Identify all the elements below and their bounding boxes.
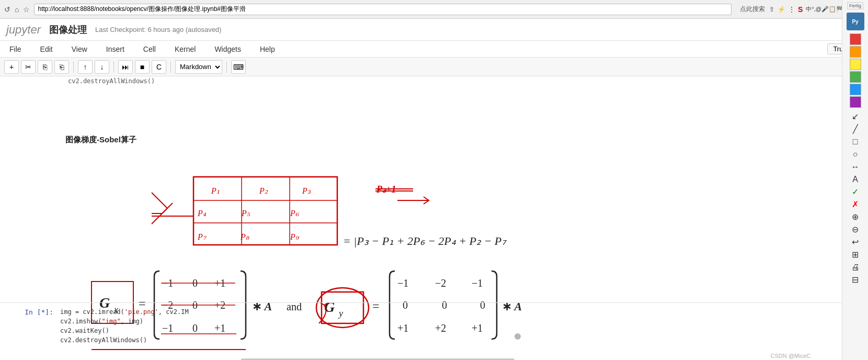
search-hint: 点此搜索 (740, 5, 765, 14)
svg-text:P₃+1: P₃+1 (376, 184, 396, 195)
svg-text:P₆: P₆ (290, 209, 300, 218)
code-line-4: cv2.destroyAllWindows() (60, 335, 837, 345)
color-swatch-yellow[interactable] (850, 59, 861, 70)
tool-arrow[interactable]: ↔ (848, 161, 863, 173)
color-swatch-green[interactable] (850, 71, 861, 83)
cut-button[interactable]: ✂ (21, 60, 36, 74)
separator-1 (73, 61, 74, 73)
code-line-3: cv2.waitKey() (60, 326, 837, 335)
csdn-watermark: CSDN @MiceC (770, 353, 810, 359)
tool-undo[interactable]: ↩ (848, 237, 863, 248)
step-button[interactable]: ⏭ (118, 60, 133, 74)
svg-text:P₄: P₄ (197, 209, 207, 218)
separator-4 (226, 61, 227, 73)
color-swatch-purple[interactable] (850, 96, 861, 108)
svg-text:−1: −1 (162, 277, 173, 289)
menu-help[interactable]: Help (257, 43, 278, 55)
side-panel: Fertig Py ↙ ╱ □ ○ ↔ A ✓ ✗ ⊕ ⊖ ↩ ⊞ 🖨 ⊟ (842, 0, 868, 360)
main-content: cv2.destroyAllWindows() 图像梯度-Sobel算子 tex… (0, 76, 842, 360)
fertig-badge: Fertig (847, 2, 863, 9)
tool-remove[interactable]: ⊖ (848, 224, 863, 235)
svg-text:= |P₃ − P₁ + 2P₆ − 2P₄ + P₂ − : = |P₃ − P₁ + 2P₆ − 2P₄ + P₂ − P₇ (343, 234, 507, 248)
tool-minus[interactable]: ⊟ (848, 274, 863, 286)
color-swatch-orange[interactable] (850, 46, 861, 58)
tool-text[interactable]: A (848, 174, 863, 185)
svg-text:−1: −1 (397, 277, 408, 289)
lightning-icon[interactable]: ⚡ (778, 6, 785, 13)
cell-code[interactable]: img = cv2.imread('pie.png', cv2.IM cv2.i… (60, 307, 837, 345)
menu-icon[interactable]: ⋮ (789, 6, 795, 13)
keyboard-button[interactable]: ⌨ (231, 60, 246, 74)
move-up-button[interactable]: ↑ (78, 60, 93, 74)
svg-text:P₈: P₈ (240, 232, 250, 241)
cell-type-select[interactable]: Markdown Code Raw (175, 60, 222, 74)
svg-text:P₉: P₉ (290, 232, 300, 241)
cell-prompt: In [*]: (0, 308, 58, 316)
svg-text:+1: +1 (214, 277, 225, 289)
menu-insert[interactable]: Insert (103, 43, 128, 55)
drawing-cell: 图像梯度-Sobel算子 text.math { font-family: "T… (0, 88, 842, 276)
menu-file[interactable]: File (6, 43, 25, 55)
menu-cell[interactable]: Cell (140, 43, 159, 55)
svg-text:P₁: P₁ (211, 186, 220, 195)
jupyter-header: jupyter 图像处理 Last Checkpoint: 6 hours ag… (0, 19, 868, 41)
color-swatch-red[interactable] (850, 33, 861, 45)
notebook-title[interactable]: 图像处理 (49, 24, 87, 36)
tool-print[interactable]: 🖨 (848, 262, 863, 273)
tool-cross[interactable]: ✗ (848, 199, 863, 210)
code-cell: In [*]: img = cv2.imread('pie.png', cv2.… (0, 302, 842, 360)
svg-text:P₅: P₅ (241, 209, 250, 218)
menu-view[interactable]: View (68, 43, 90, 55)
separator-2 (113, 61, 114, 73)
tool-rect[interactable]: □ (848, 136, 863, 148)
menu-bar: File Edit View Insert Cell Kernel Widget… (0, 41, 868, 58)
code-line-2: cv2.imshow("img", img) (60, 317, 837, 326)
menu-widgets[interactable]: Widgets (211, 43, 244, 55)
restart-button[interactable]: C (152, 60, 166, 74)
svg-text:P₂: P₂ (259, 186, 268, 195)
url-bar[interactable] (34, 4, 731, 15)
sobel-label: 图像梯度-Sobel算子 (65, 135, 136, 145)
color-swatch-blue[interactable] (850, 84, 861, 95)
svg-text:0: 0 (192, 277, 198, 289)
tool-ellipse[interactable]: ○ (848, 149, 863, 160)
jupyter-logo: jupyter (6, 23, 41, 37)
tool-grid[interactable]: ⊞ (848, 249, 863, 261)
python-icon: Py (847, 13, 864, 30)
move-down-button[interactable]: ↓ (95, 60, 109, 74)
paste-button[interactable]: ⎗ (54, 60, 69, 74)
code-line-1: img = cv2.imread('pie.png', cv2.IM (60, 307, 837, 317)
menu-edit[interactable]: Edit (37, 43, 56, 55)
nav-refresh[interactable]: ↺ (4, 5, 10, 14)
s-logo: S (798, 5, 803, 14)
browser-bar: ↺ ⌂ ☆ 点此搜索 ⇧ ⚡ ⋮ S 中°,@🎤📋🏁🐍Poi... (0, 0, 868, 19)
svg-text:−1: −1 (472, 277, 483, 289)
nav-star[interactable]: ☆ (23, 5, 30, 14)
toolbar: + ✂ ⎘ ⎗ ↑ ↓ ⏭ ■ C Markdown Code Raw ⌨ (0, 58, 868, 76)
share-icon[interactable]: ⇧ (769, 6, 774, 13)
stop-button[interactable]: ■ (135, 60, 150, 74)
code-above: cv2.destroyAllWindows() (0, 76, 842, 86)
copy-button[interactable]: ⎘ (38, 60, 52, 74)
svg-text:P₇: P₇ (197, 232, 207, 241)
tool-check[interactable]: ✓ (848, 186, 863, 198)
svg-text:P₃: P₃ (302, 186, 311, 195)
tool-select[interactable]: ↙ (848, 111, 863, 122)
menu-kernel[interactable]: Kernel (172, 43, 199, 55)
separator-3 (170, 61, 171, 73)
svg-text:−2: −2 (435, 277, 446, 289)
svg-rect-0 (193, 177, 337, 245)
checkpoint-info: Last Checkpoint: 6 hours ago (autosaved) (95, 26, 221, 33)
tool-line[interactable]: ╱ (848, 123, 863, 135)
nav-home[interactable]: ⌂ (15, 5, 19, 14)
tool-add[interactable]: ⊕ (848, 211, 863, 223)
add-cell-button[interactable]: + (4, 60, 19, 74)
